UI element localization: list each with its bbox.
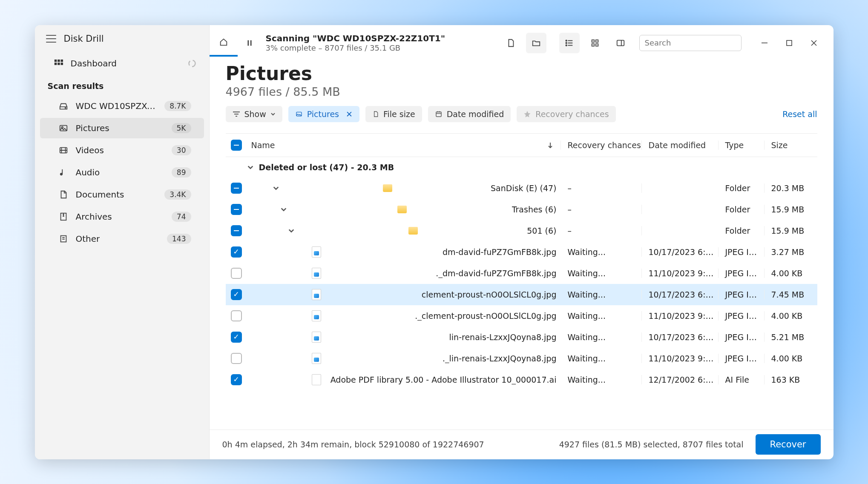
table-row[interactable]: dm-david-fuPZ7GmFB8k.jpgWaiting...10/17/… <box>226 241 817 263</box>
grid-view-button[interactable] <box>585 33 605 53</box>
sidebar-item-audio[interactable]: Audio 89 <box>40 162 204 183</box>
section-scan-results: Scan results <box>35 74 209 95</box>
search-box[interactable] <box>639 35 742 51</box>
row-checkbox[interactable] <box>231 183 242 194</box>
list-icon <box>565 38 574 48</box>
svg-rect-0 <box>54 59 56 62</box>
cell-size: 5.21 MB <box>765 332 817 342</box>
group-header[interactable]: Deleted or lost (47) - 20.3 MB <box>226 157 817 178</box>
row-checkbox[interactable] <box>231 289 242 300</box>
row-checkbox[interactable] <box>231 268 242 279</box>
svg-rect-25 <box>787 40 792 46</box>
file-view-button[interactable] <box>500 33 521 53</box>
show-filter[interactable]: Show <box>226 106 282 122</box>
star-icon <box>523 110 531 118</box>
chip-label: Pictures <box>307 109 339 119</box>
sidebar-item-drive[interactable]: WDC WD10SPZX-22Z10... 8.7K <box>40 96 204 116</box>
table-row[interactable]: Adobe PDF library 5.00 - Adobe Illustrat… <box>226 369 817 390</box>
sidebar-header: Disk Drill <box>35 25 209 51</box>
row-checkbox[interactable] <box>231 225 242 236</box>
page-title: Pictures <box>226 63 817 84</box>
table-row[interactable]: SanDisk (E) (47)–Folder20.3 MB <box>226 178 817 199</box>
row-checkbox[interactable] <box>231 246 242 258</box>
table-body: Deleted or lost (47) - 20.3 MB SanDisk (… <box>226 157 817 430</box>
row-checkbox[interactable] <box>231 353 242 364</box>
row-checkbox[interactable] <box>231 310 242 321</box>
close-icon <box>811 40 817 46</box>
grid-icon <box>54 59 63 68</box>
pictures-filter-chip[interactable]: Pictures ✕ <box>288 106 359 122</box>
table-row[interactable]: lin-renais-LzxxJQoyna8.jpgWaiting...10/1… <box>226 326 817 348</box>
main-panel: Scanning "WDC WD10SPZX-22Z10T1" 3% compl… <box>210 25 834 459</box>
tab-home[interactable] <box>210 29 238 57</box>
filter-icon <box>233 111 240 117</box>
col-type[interactable]: Type <box>719 140 765 150</box>
recover-button[interactable]: Recover <box>756 434 821 455</box>
chevron-down-icon <box>273 185 279 192</box>
sidebar-item-other[interactable]: Other 143 <box>40 229 204 249</box>
recovery-filter[interactable]: Recovery chances <box>517 106 615 122</box>
nav-dashboard-label: Dashboard <box>71 58 117 69</box>
table-row[interactable]: ._clement-proust-nO0OLSlCL0g.jpgWaiting.… <box>226 305 817 326</box>
table-row[interactable]: ._dm-david-fuPZ7GmFB8k.jpgWaiting...11/1… <box>226 263 817 284</box>
col-name[interactable]: Name <box>247 140 561 150</box>
col-date[interactable]: Date modified <box>642 140 719 150</box>
svg-rect-13 <box>247 40 249 46</box>
folder-icon <box>408 227 418 235</box>
cell-type: AI File <box>719 375 765 384</box>
scan-title: Scanning "WDC WD10SPZX-22Z10T1" <box>266 33 497 43</box>
scan-subtitle: 3% complete – 8707 files / 35.1 GB <box>266 43 497 52</box>
page-icon <box>506 38 515 48</box>
cell-size: 20.3 MB <box>765 183 817 193</box>
col-recovery[interactable]: Recovery chances <box>561 140 642 150</box>
filter-bar: Show Pictures ✕ File size Date modified <box>226 106 817 122</box>
sidebar-item-videos[interactable]: Videos 30 <box>40 140 204 160</box>
reset-all-link[interactable]: Reset all <box>782 109 817 119</box>
cell-type: JPEG Im... <box>719 269 765 278</box>
filesize-filter[interactable]: File size <box>365 106 422 122</box>
svg-point-15 <box>566 40 567 41</box>
sidebar-item-label: Archives <box>76 212 112 222</box>
svg-rect-14 <box>250 40 251 46</box>
sidebar-item-documents[interactable]: Documents 3.4K <box>40 184 204 205</box>
table-row[interactable]: Trashes (6)–Folder15.9 MB <box>226 199 817 220</box>
row-checkbox[interactable] <box>231 332 242 343</box>
cell-recovery: Waiting... <box>561 332 642 342</box>
folder-view-button[interactable] <box>526 33 546 53</box>
table-header: Name Recovery chances Date modified Type… <box>226 133 817 157</box>
table-row[interactable]: 501 (6)–Folder15.9 MB <box>226 220 817 241</box>
remove-chip-icon[interactable]: ✕ <box>346 109 353 119</box>
search-input[interactable] <box>645 38 741 47</box>
select-all-checkbox[interactable] <box>231 140 242 151</box>
audio-icon <box>59 168 68 177</box>
close-button[interactable] <box>802 34 826 52</box>
row-checkbox[interactable] <box>231 204 242 215</box>
scan-status: Scanning "WDC WD10SPZX-22Z10T1" 3% compl… <box>266 33 497 52</box>
svg-rect-20 <box>592 43 594 46</box>
page-subtitle: 4967 files / 85.5 MB <box>226 85 817 98</box>
sidebar-item-pictures[interactable]: Pictures 5K <box>40 118 204 138</box>
table-row[interactable]: clement-proust-nO0OLSlCL0g.jpgWaiting...… <box>226 284 817 305</box>
folder-icon <box>383 184 392 192</box>
date-filter[interactable]: Date modified <box>428 106 511 122</box>
panel-view-button[interactable] <box>610 33 631 53</box>
file-name: Adobe PDF library 5.00 - Adobe Illustrat… <box>331 375 557 384</box>
cell-recovery: Waiting... <box>561 311 642 321</box>
maximize-button[interactable] <box>777 34 801 52</box>
row-checkbox[interactable] <box>231 374 242 385</box>
nav-dashboard[interactable]: Dashboard <box>35 53 209 74</box>
file-name: Trashes (6) <box>512 205 557 214</box>
table-row[interactable]: ._lin-renais-LzxxJQoyna8.jpgWaiting...11… <box>226 348 817 369</box>
svg-point-16 <box>566 42 567 43</box>
col-size[interactable]: Size <box>765 140 817 150</box>
minimize-button[interactable] <box>753 34 776 52</box>
cell-recovery: – <box>561 226 642 235</box>
svg-rect-21 <box>595 43 598 46</box>
folder-icon <box>397 206 407 213</box>
menu-icon[interactable] <box>46 35 56 43</box>
pause-button[interactable] <box>239 29 260 57</box>
svg-rect-2 <box>60 59 63 62</box>
sidebar-item-archives[interactable]: Archives 74 <box>40 206 204 227</box>
sort-down-icon <box>548 142 553 148</box>
list-view-button[interactable] <box>559 33 580 53</box>
